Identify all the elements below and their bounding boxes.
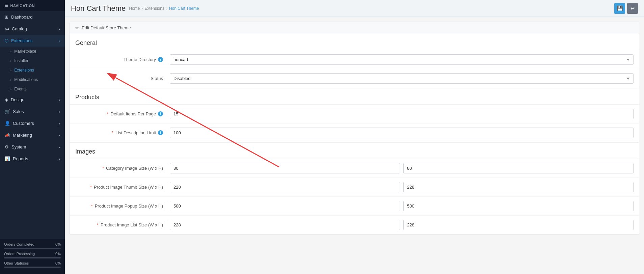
sidebar-item-sales[interactable]: 🛒 Sales › xyxy=(0,106,65,117)
chevron-down-icon: › xyxy=(59,39,60,43)
nav-header: ☰ NAVIGATION xyxy=(0,0,65,11)
theme-directory-select[interactable]: honcart xyxy=(170,54,634,65)
product-list-h-input[interactable] xyxy=(403,220,634,230)
product-popup-inputs xyxy=(170,201,634,211)
marketing-icon: 📣 xyxy=(5,133,10,138)
dashboard-icon: ⊞ xyxy=(5,15,8,20)
status-label: Status xyxy=(75,76,170,81)
reports-icon: 📊 xyxy=(5,156,10,161)
sidebar-item-reports[interactable]: 📊 Reports › xyxy=(0,153,65,165)
product-popup-group: * Product Image Popup Size (W x H) xyxy=(70,197,639,216)
list-description-limit-label: * List Description Limit i xyxy=(75,130,170,135)
orders-completed-label: Orders Completed xyxy=(4,242,34,246)
chevron-right-icon-sales: › xyxy=(59,110,60,114)
card-header: ✏ Edit Default Store Theme xyxy=(70,22,639,34)
orders-processing-bar-bg xyxy=(4,257,61,258)
catalog-icon: 🏷 xyxy=(5,26,9,31)
product-list-group: * Product Image List Size (W x H) xyxy=(70,216,639,235)
required-star-5: * xyxy=(91,203,93,209)
orders-processing-label: Orders Processing xyxy=(4,252,35,256)
theme-directory-label: Theme Directory i xyxy=(75,57,170,62)
product-list-label: * Product Image List Size (W x H) xyxy=(75,222,170,227)
orders-completed-value: 0% xyxy=(55,242,61,246)
sidebar-item-system[interactable]: ⚙ System › xyxy=(0,141,65,153)
items-per-page-group: * Default Items Per Page i xyxy=(70,105,639,124)
card-header-text: Edit Default Store Theme xyxy=(82,25,131,30)
other-statuses-value: 0% xyxy=(55,261,61,265)
product-list-inputs xyxy=(170,220,634,230)
breadcrumb-sep2: › xyxy=(166,6,167,11)
sidebar-item-customers[interactable]: 👤 Customers › xyxy=(0,117,65,129)
sidebar-item-extensions[interactable]: ⬡ Extensions › xyxy=(0,35,65,47)
sidebar-item-design[interactable]: ◈ Design › xyxy=(0,94,65,106)
orders-completed-bar-bg xyxy=(4,248,61,249)
breadcrumb-current: Hon Cart Theme xyxy=(169,6,199,11)
sidebar: ☰ NAVIGATION ⊞ Dashboard 🏷 Catalog › ⬡ E… xyxy=(0,0,65,274)
breadcrumb-extensions[interactable]: Extensions xyxy=(144,6,164,11)
products-section-title: Products xyxy=(70,88,639,105)
sidebar-item-modifications[interactable]: Modifications xyxy=(0,75,65,84)
hamburger-icon: ☰ xyxy=(5,3,8,8)
product-popup-label: * Product Image Popup Size (W x H) xyxy=(75,203,170,209)
sidebar-item-dashboard[interactable]: ⊞ Dashboard xyxy=(0,11,65,23)
chevron-right-icon-system: › xyxy=(59,145,60,149)
topbar-right: 💾 ↩ xyxy=(614,3,638,14)
content-card: ✏ Edit Default Store Theme General Theme… xyxy=(70,22,639,235)
topbar: Hon Cart Theme Home › Extensions › Hon C… xyxy=(65,0,644,17)
general-section-title: General xyxy=(70,34,639,50)
pencil-icon: ✏ xyxy=(75,25,79,30)
status-group: Status EnabledDisabled xyxy=(70,69,639,88)
items-per-page-info-icon[interactable]: i xyxy=(158,111,163,116)
list-description-limit-group: * List Description Limit i xyxy=(70,124,639,142)
product-thumb-inputs xyxy=(170,182,634,192)
sidebar-item-extensions-sub[interactable]: Extensions xyxy=(0,65,65,75)
items-per-page-input[interactable] xyxy=(170,109,634,119)
product-thumb-label: * Product Image Thumb Size (W x H) xyxy=(75,185,170,190)
content-area: ✏ Edit Default Store Theme General Theme… xyxy=(65,17,644,274)
category-image-label: * Category Image Size (W x H) xyxy=(75,166,170,171)
back-button[interactable]: ↩ xyxy=(627,3,638,14)
images-section-title: Images xyxy=(70,142,639,159)
breadcrumb-sep1: › xyxy=(141,6,143,11)
chevron-right-icon: › xyxy=(59,27,60,31)
list-desc-info-icon[interactable]: i xyxy=(158,130,163,135)
required-star-2: * xyxy=(112,130,113,135)
theme-directory-info-icon[interactable]: i xyxy=(158,57,163,62)
theme-directory-group: Theme Directory i honcart xyxy=(70,50,639,69)
sidebar-stats: Orders Completed 0% Orders Processing 0%… xyxy=(0,239,65,274)
chevron-right-icon-design: › xyxy=(59,98,60,102)
list-description-limit-input[interactable] xyxy=(170,128,634,138)
sidebar-item-catalog[interactable]: 🏷 Catalog › xyxy=(0,23,65,35)
product-popup-w-input[interactable] xyxy=(170,201,400,211)
category-image-inputs xyxy=(170,163,634,173)
extensions-icon: ⬡ xyxy=(5,38,8,43)
main-area: Hon Cart Theme Home › Extensions › Hon C… xyxy=(65,0,644,274)
required-star-4: * xyxy=(90,185,92,190)
product-thumb-group: * Product Image Thumb Size (W x H) xyxy=(70,178,639,197)
customers-icon: 👤 xyxy=(5,121,10,126)
product-popup-h-input[interactable] xyxy=(403,201,634,211)
sidebar-item-events[interactable]: Events xyxy=(0,84,65,94)
sidebar-item-installer[interactable]: Installer xyxy=(0,56,65,65)
sidebar-item-marketing[interactable]: 📣 Marketing › xyxy=(0,129,65,141)
required-star-1: * xyxy=(107,111,109,116)
product-thumb-h-input[interactable] xyxy=(403,182,634,192)
system-icon: ⚙ xyxy=(5,144,9,149)
chevron-right-icon-marketing: › xyxy=(59,133,60,137)
items-per-page-label: * Default Items Per Page i xyxy=(75,111,170,116)
product-list-w-input[interactable] xyxy=(170,220,400,230)
save-button[interactable]: 💾 xyxy=(614,3,625,14)
chevron-right-icon-customers: › xyxy=(59,121,60,126)
status-select[interactable]: EnabledDisabled xyxy=(170,73,634,84)
product-thumb-w-input[interactable] xyxy=(170,182,400,192)
topbar-left: Hon Cart Theme Home › Extensions › Hon C… xyxy=(71,4,199,13)
sidebar-item-marketplace[interactable]: Marketplace xyxy=(0,47,65,56)
category-image-group: * Category Image Size (W x H) xyxy=(70,159,639,178)
orders-processing-value: 0% xyxy=(55,252,61,256)
category-image-h-input[interactable] xyxy=(403,163,634,173)
other-statuses-bar-bg xyxy=(4,267,61,268)
required-star-6: * xyxy=(97,222,99,227)
breadcrumb-home[interactable]: Home xyxy=(129,6,140,11)
page-title: Hon Cart Theme xyxy=(71,4,126,13)
category-image-w-input[interactable] xyxy=(170,163,400,173)
